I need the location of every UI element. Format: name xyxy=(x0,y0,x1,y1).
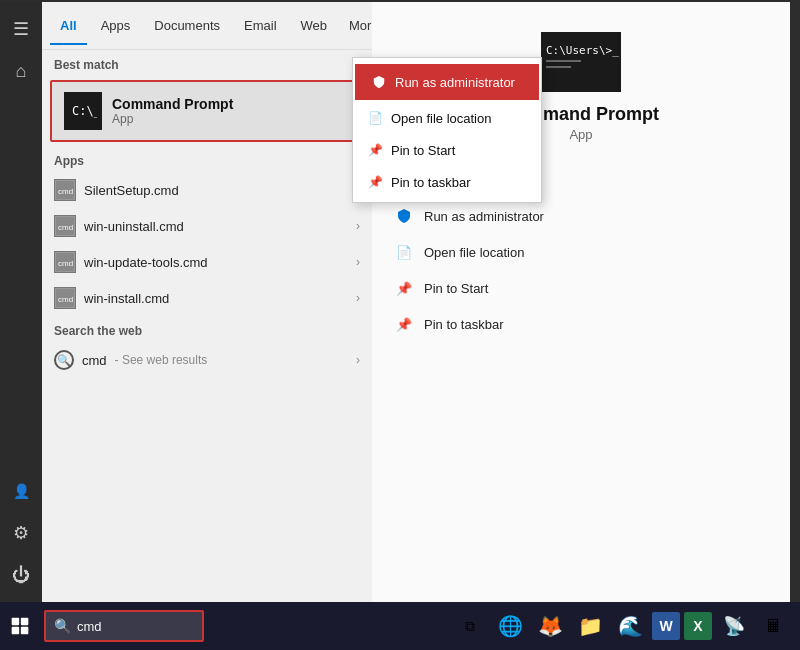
tab-all[interactable]: All xyxy=(50,6,87,45)
search-circle-icon: 🔍 xyxy=(54,350,74,370)
svg-text:cmd: cmd xyxy=(58,295,73,304)
ctx-pin-taskbar-icon: 📌 xyxy=(367,174,383,190)
tab-email[interactable]: Email xyxy=(234,6,287,45)
shield-icon xyxy=(394,206,414,226)
taskbar-search-bar[interactable]: 🔍 xyxy=(44,610,204,642)
ctx-pin-start-icon: 📌 xyxy=(367,142,383,158)
action-pin-start[interactable]: 📌 Pin to Start xyxy=(388,270,774,306)
svg-rect-15 xyxy=(21,618,29,626)
taskbar-explorer-icon[interactable]: 📁 xyxy=(572,608,608,644)
taskbar-chrome-icon[interactable]: 🌐 xyxy=(492,608,528,644)
cmd-file-icon: cmd xyxy=(54,179,76,201)
list-item-win-update[interactable]: cmd win-update-tools.cmd › xyxy=(42,244,372,280)
right-panel-type: App xyxy=(569,127,592,142)
command-prompt-icon: C:\_ xyxy=(64,92,102,130)
svg-text:C:\Users\>_: C:\Users\>_ xyxy=(546,44,619,57)
web-search-label: Search the web xyxy=(42,316,372,342)
taskbar-edge-icon[interactable]: 🌊 xyxy=(612,608,648,644)
taskbar-icons-area: ⧉ 🌐 🦊 📁 🌊 W X 📡 🖩 xyxy=(452,608,800,644)
arrow-right-web: › xyxy=(356,353,360,367)
best-match-type: App xyxy=(112,112,233,126)
tab-web[interactable]: Web xyxy=(291,6,338,45)
search-icon: 🔍 xyxy=(54,618,71,634)
pin-taskbar-icon: 📌 xyxy=(394,314,414,334)
list-item-text: SilentSetup.cmd xyxy=(84,183,348,198)
action-open-file-location[interactable]: 📄 Open file location xyxy=(388,234,774,270)
folder-icon: 📄 xyxy=(394,242,414,262)
taskbar-search-input[interactable] xyxy=(77,619,194,634)
search-results-panel: All Apps Documents Email Web More ▾ 5 🏆 … xyxy=(42,2,372,602)
pin-start-icon: 📌 xyxy=(394,278,414,298)
web-search-hint: - See web results xyxy=(115,353,208,367)
cmd-preview-icon: C:\Users\>_ xyxy=(541,32,621,92)
cmd-file-icon-4: cmd xyxy=(54,287,76,309)
taskbar-excel-icon[interactable]: X xyxy=(684,612,712,640)
list-item-text-4: win-install.cmd xyxy=(84,291,348,306)
best-match-name: Command Prompt xyxy=(112,96,233,112)
sidebar-settings-button[interactable]: ⚙ xyxy=(2,514,40,552)
context-menu: Run as administrator 📄 Open file locatio… xyxy=(352,57,542,203)
web-search-item[interactable]: 🔍 cmd - See web results › xyxy=(42,342,372,378)
right-panel: C:\Users\>_ Command Prompt App ▷ Open Ru… xyxy=(372,2,790,602)
ctx-pin-taskbar[interactable]: 📌 Pin to taskbar xyxy=(353,166,541,198)
list-item-text-3: win-update-tools.cmd xyxy=(84,255,348,270)
svg-text:cmd: cmd xyxy=(58,259,73,268)
taskbar-firefox-icon[interactable]: 🦊 xyxy=(532,608,568,644)
list-item-text-2: win-uninstall.cmd xyxy=(84,219,348,234)
ctx-pin-start[interactable]: 📌 Pin to Start xyxy=(353,134,541,166)
taskbar-word-icon[interactable]: W xyxy=(652,612,680,640)
sidebar-user-button[interactable]: 👤 xyxy=(2,472,40,510)
svg-text:C:\_: C:\_ xyxy=(72,104,97,118)
best-match-label: Best match xyxy=(42,50,372,76)
ctx-folder-icon: 📄 xyxy=(367,110,383,126)
list-item-silentsetup[interactable]: cmd SilentSetup.cmd › xyxy=(42,172,372,208)
svg-rect-17 xyxy=(21,627,29,635)
cmd-file-icon-3: cmd xyxy=(54,251,76,273)
list-item-win-uninstall[interactable]: cmd win-uninstall.cmd › xyxy=(42,208,372,244)
action-pin-taskbar[interactable]: 📌 Pin to taskbar xyxy=(388,306,774,342)
svg-text:cmd: cmd xyxy=(58,223,73,232)
sidebar: ☰ ⌂ 👤 ⚙ ⏻ xyxy=(0,2,42,602)
arrow-right-icon-4: › xyxy=(356,291,360,305)
sidebar-menu-button[interactable]: ☰ xyxy=(2,10,40,48)
ctx-run-as-admin[interactable]: Run as administrator xyxy=(355,64,539,100)
best-match-item[interactable]: C:\_ Command Prompt App xyxy=(50,80,364,142)
tab-apps[interactable]: Apps xyxy=(91,6,141,45)
svg-rect-16 xyxy=(12,627,20,635)
web-search-query: cmd xyxy=(82,353,107,368)
svg-text:cmd: cmd xyxy=(58,187,73,196)
taskbar-task-view[interactable]: ⧉ xyxy=(452,608,488,644)
taskbar: 🔍 ⧉ 🌐 🦊 📁 🌊 W X 📡 🖩 xyxy=(0,602,800,650)
sidebar-power-button[interactable]: ⏻ xyxy=(2,556,40,594)
svg-rect-12 xyxy=(546,60,581,62)
svg-rect-14 xyxy=(12,618,20,626)
taskbar-network-icon[interactable]: 📡 xyxy=(716,608,752,644)
tabs-bar: All Apps Documents Email Web More ▾ 5 🏆 … xyxy=(42,2,372,50)
ctx-shield-icon xyxy=(371,74,387,90)
tab-documents[interactable]: Documents xyxy=(144,6,230,45)
list-item-win-install[interactable]: cmd win-install.cmd › xyxy=(42,280,372,316)
taskbar-calc-icon[interactable]: 🖩 xyxy=(756,608,792,644)
arrow-right-icon-2: › xyxy=(356,219,360,233)
sidebar-home-button[interactable]: ⌂ xyxy=(2,52,40,90)
ctx-open-file[interactable]: 📄 Open file location xyxy=(353,102,541,134)
action-run-as-admin[interactable]: Run as administrator xyxy=(388,198,774,234)
start-button[interactable] xyxy=(0,602,40,650)
cmd-file-icon-2: cmd xyxy=(54,215,76,237)
start-menu-overlay: ☰ ⌂ 👤 ⚙ ⏻ All Apps Documents Email Web M… xyxy=(0,2,790,602)
arrow-right-icon-3: › xyxy=(356,255,360,269)
svg-rect-13 xyxy=(546,66,571,68)
apps-section-label: Apps xyxy=(42,146,372,172)
